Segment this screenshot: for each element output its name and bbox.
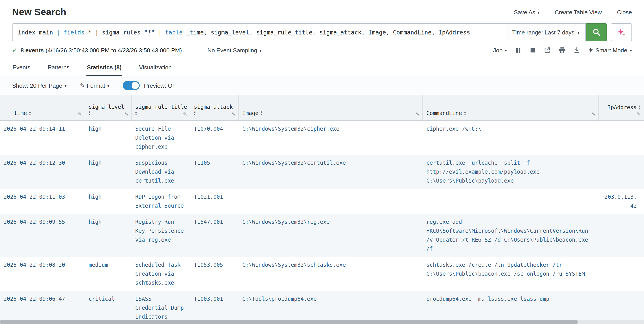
- table-cell-Image[interactable]: C:\Tools\procdump64.exe: [239, 291, 423, 324]
- table-cell-sigma_level[interactable]: high: [85, 214, 132, 257]
- table-cell-sigma_rule_title[interactable]: LSASS Credential Dump Indicators: [132, 291, 190, 324]
- table-cell-IpAddress[interactable]: 203.0.113.42: [599, 189, 644, 214]
- time-range-picker[interactable]: Time range: Last 7 days ▾: [506, 23, 586, 41]
- table-header-row: _time▴▾✎sigma_level▴▾✎sigma_rule_title▴▾…: [0, 95, 644, 121]
- edit-column-icon[interactable]: ✎: [124, 111, 128, 117]
- edit-column-icon[interactable]: ✎: [232, 111, 236, 117]
- table-cell-Image[interactable]: C:\Windows\System32\cipher.exe: [239, 121, 423, 155]
- scrollbar-thumb[interactable]: [0, 320, 578, 324]
- table-cell-_time[interactable]: 2026-04-22 09:08:20: [0, 257, 85, 291]
- edit-column-icon[interactable]: ✎: [602, 111, 640, 117]
- table-cell-CommandLine[interactable]: certutil.exe -urlcache -split -f http://…: [423, 155, 599, 189]
- column-label: sigma_attack: [194, 104, 233, 110]
- edit-column-icon[interactable]: ✎: [416, 111, 420, 117]
- table-cell-Image: [239, 189, 423, 214]
- table-cell-_time[interactable]: 2026-04-22 09:06:47: [0, 291, 85, 324]
- edit-column-icon[interactable]: ✎: [592, 111, 596, 117]
- search-button[interactable]: [586, 23, 607, 41]
- column-header-CommandLine[interactable]: CommandLine▴▾✎: [423, 95, 599, 120]
- column-header-sigma_rule_title[interactable]: sigma_rule_title▴▾✎: [132, 95, 190, 120]
- search-query-input[interactable]: index=main | fields * | sigma rules="*" …: [12, 23, 506, 41]
- column-header-Image[interactable]: Image▴▾✎: [239, 95, 423, 120]
- table-cell-_time[interactable]: 2026-04-22 09:12:30: [0, 155, 85, 189]
- caret-down-icon: ▾: [108, 84, 110, 88]
- job-controls: Job ▾: [493, 47, 632, 53]
- table-cell-sigma_rule_title[interactable]: Suspicious Download via certutil.exe: [132, 155, 190, 189]
- table-cell-CommandLine[interactable]: procdump64.exe -ma lsass.exe lsass.dmp: [423, 291, 599, 324]
- table-cell-CommandLine[interactable]: reg.exe add HKCU\Software\Microsoft\Wind…: [423, 214, 599, 257]
- stop-button[interactable]: [530, 47, 536, 53]
- table-cell-CommandLine[interactable]: schtasks.exe /create /tn UpdateChecker /…: [423, 257, 599, 291]
- table-cell-sigma_attack[interactable]: T1070.004: [190, 121, 239, 155]
- top-bar: New Search Save As ▾ Create Table View C…: [0, 0, 644, 22]
- ai-assistant-button[interactable]: [611, 23, 632, 41]
- print-button[interactable]: [559, 47, 565, 53]
- sort-icon[interactable]: ▴▾: [89, 110, 90, 117]
- export-button[interactable]: [574, 47, 580, 53]
- table-cell-sigma_level[interactable]: medium: [85, 257, 132, 291]
- table-cell-IpAddress: [599, 291, 644, 324]
- table-cell-sigma_attack[interactable]: T1547.001: [190, 214, 239, 257]
- sort-icon[interactable]: ▴▾: [135, 110, 137, 117]
- sort-icon[interactable]: ▴▾: [194, 110, 196, 117]
- table-cell-Image[interactable]: C:\Windows\System32\reg.exe: [239, 214, 423, 257]
- pencil-icon: ✎: [80, 82, 84, 89]
- results-tabs: Events Patterns Statistics (8) Visualiza…: [0, 59, 644, 76]
- table-cell-sigma_rule_title[interactable]: Secure File Deletion via cipher.exe: [132, 121, 190, 155]
- table-cell-sigma_level[interactable]: high: [85, 189, 132, 214]
- table-cell-sigma_rule_title[interactable]: RDP Logon from External Source: [132, 189, 190, 214]
- caret-down-icon: ▾: [578, 31, 580, 35]
- splunk-search-page: New Search Save As ▾ Create Table View C…: [0, 0, 644, 324]
- table-cell-sigma_attack[interactable]: T1053.005: [190, 257, 239, 291]
- save-as-menu[interactable]: Save As ▾: [514, 9, 540, 15]
- preview-control: Preview: On: [123, 81, 176, 90]
- edit-column-icon[interactable]: ✎: [183, 111, 187, 117]
- pause-button[interactable]: [515, 47, 521, 53]
- tab-statistics[interactable]: Statistics (8): [86, 59, 122, 76]
- tab-visualization[interactable]: Visualization: [138, 59, 172, 76]
- table-cell-_time[interactable]: 2026-04-22 09:09:55: [0, 214, 85, 257]
- preview-toggle[interactable]: [123, 81, 140, 90]
- table-cell-Image[interactable]: C:\Windows\System32\certutil.exe: [239, 155, 423, 189]
- format-label: Format: [87, 82, 105, 89]
- sort-icon[interactable]: ▴▾: [261, 110, 262, 117]
- table-cell-sigma_attack[interactable]: T1021.001: [190, 189, 239, 214]
- event-sampling-menu[interactable]: No Event Sampling ▾: [207, 47, 262, 53]
- job-menu-label: Job: [493, 47, 502, 53]
- column-header-sigma_attack[interactable]: sigma_attack▴▾✎: [190, 95, 239, 120]
- table-cell-sigma_attack[interactable]: T1003.001: [190, 291, 239, 324]
- table-row: 2026-04-22 09:12:30highSuspicious Downlo…: [0, 155, 644, 189]
- table-cell-CommandLine[interactable]: cipher.exe /w:C:\: [423, 121, 599, 155]
- create-table-view-link[interactable]: Create Table View: [555, 9, 602, 15]
- table-cell-Image[interactable]: C:\Windows\System32\schtasks.exe: [239, 257, 423, 291]
- per-page-menu[interactable]: Show: 20 Per Page ▾: [12, 82, 66, 89]
- table-cell-sigma_attack[interactable]: T1105: [190, 155, 239, 189]
- table-cell-sigma_level[interactable]: critical: [85, 291, 132, 324]
- search-mode-menu[interactable]: Smart Mode ▾: [588, 47, 632, 53]
- sort-icon[interactable]: ▴▾: [464, 110, 466, 117]
- tab-patterns[interactable]: Patterns: [48, 59, 70, 76]
- table-cell-_time[interactable]: 2026-04-22 09:14:11: [0, 121, 85, 155]
- column-header-_time[interactable]: _time▴▾✎: [0, 95, 85, 120]
- column-header-sigma_level[interactable]: sigma_level▴▾✎: [85, 95, 132, 120]
- query-segment: fields: [64, 29, 85, 35]
- query-segment: * | sigma rules="*" |: [84, 29, 165, 35]
- tab-events[interactable]: Events: [12, 59, 31, 76]
- close-link[interactable]: Close: [617, 9, 632, 15]
- table-cell-sigma_rule_title[interactable]: Scheduled Task Creation via schtasks.exe: [132, 257, 190, 291]
- sort-icon[interactable]: ▴▾: [639, 104, 640, 111]
- table-body: 2026-04-22 09:14:11highSecure File Delet…: [0, 121, 644, 324]
- page-title: New Search: [12, 7, 66, 17]
- table-cell-_time[interactable]: 2026-04-22 09:11:03: [0, 189, 85, 214]
- table-cell-sigma_rule_title[interactable]: Registry Run Key Persistence via reg.exe: [132, 214, 190, 257]
- edit-column-icon[interactable]: ✎: [78, 111, 82, 117]
- share-button[interactable]: [544, 47, 550, 53]
- format-menu[interactable]: ✎ Format ▾: [80, 82, 110, 89]
- table-cell-sigma_level[interactable]: high: [85, 121, 132, 155]
- column-header-IpAddress[interactable]: IpAddress▴▾✎: [599, 95, 644, 120]
- caret-down-icon: ▾: [260, 48, 262, 52]
- sort-icon[interactable]: ▴▾: [29, 110, 31, 117]
- column-label: CommandLine: [426, 110, 462, 117]
- job-menu[interactable]: Job ▾: [493, 47, 507, 53]
- table-cell-sigma_level[interactable]: high: [85, 155, 132, 189]
